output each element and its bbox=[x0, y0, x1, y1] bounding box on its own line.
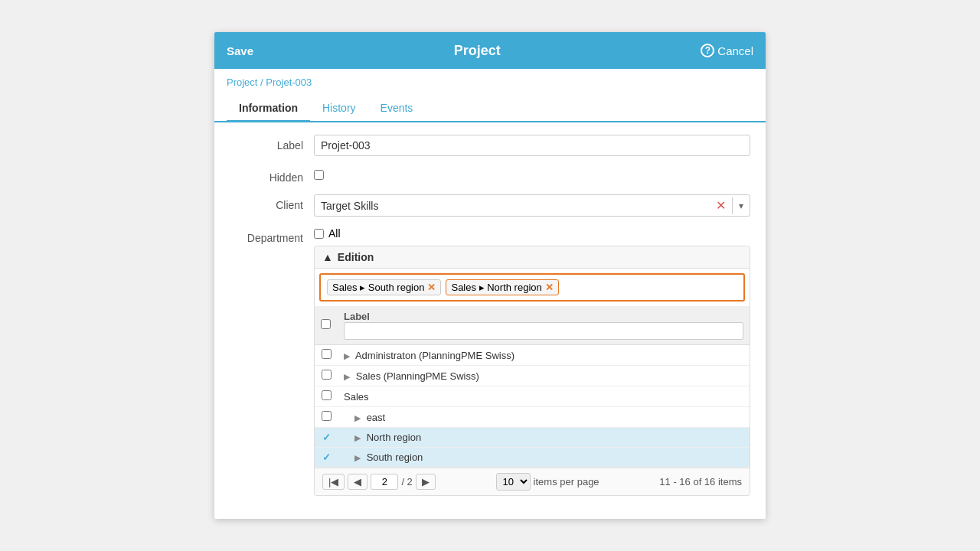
department-field-control: All ▲ Edition Sales ▸ South region ✕ bbox=[314, 227, 750, 496]
table-row[interactable]: ✓ ▶ North region bbox=[315, 428, 750, 448]
dept-tag-south-label: Sales ▸ South region bbox=[332, 282, 424, 293]
dept-row-text-0: Administraton (PlanningPME Swiss) bbox=[355, 350, 514, 361]
dept-tag-north-label: Sales ▸ North region bbox=[451, 282, 541, 293]
dept-table-label-col-text: Label bbox=[344, 311, 743, 322]
client-field-control: Target Skills ✕ ▾ bbox=[314, 194, 750, 217]
dept-row-checkbox-3[interactable] bbox=[322, 411, 332, 421]
check-icon-5: ✓ bbox=[322, 452, 331, 463]
pagination-info: 11 - 16 of 16 items bbox=[659, 476, 742, 487]
department-field-label: Department bbox=[230, 227, 314, 244]
tab-history[interactable]: History bbox=[310, 96, 368, 122]
dept-row-label-5: ▶ South region bbox=[338, 448, 750, 468]
hidden-checkbox[interactable] bbox=[314, 170, 324, 180]
prev-page-button[interactable]: ◀ bbox=[348, 474, 368, 490]
dept-table-header-row: Label bbox=[315, 306, 750, 345]
dept-tag-south: Sales ▸ South region ✕ bbox=[327, 279, 441, 295]
client-field-label: Client bbox=[230, 194, 314, 211]
label-field-control bbox=[314, 135, 750, 156]
dept-row-checkbox-1[interactable] bbox=[322, 370, 332, 380]
dept-table-label-col: Label bbox=[338, 306, 750, 345]
dept-all-label: All bbox=[328, 227, 341, 240]
dept-row-label-0: ▶ Administraton (PlanningPME Swiss) bbox=[338, 345, 750, 366]
form-area: Label Hidden Client Target Skills ✕ ▾ bbox=[214, 122, 766, 519]
items-per-page-select[interactable]: 10 25 50 bbox=[496, 473, 531, 491]
tab-information[interactable]: Information bbox=[227, 96, 310, 122]
help-icon: ? bbox=[701, 44, 714, 57]
first-page-button[interactable]: |◀ bbox=[322, 474, 345, 490]
page-number-input[interactable] bbox=[371, 474, 398, 490]
expand-icon-0: ▶ bbox=[344, 351, 350, 360]
breadcrumb-project-link[interactable]: Project bbox=[227, 77, 257, 88]
dept-row-text-3: east bbox=[367, 412, 386, 423]
table-row[interactable]: ▶ east bbox=[315, 407, 750, 428]
dept-row-checkbox-2[interactable] bbox=[322, 390, 332, 400]
items-per-page: 10 25 50 items per page bbox=[496, 473, 599, 491]
dept-row-text-1: Sales (PlanningPME Swiss) bbox=[356, 370, 479, 382]
breadcrumb: Project / Projet-003 bbox=[214, 69, 766, 96]
dept-row-label-2: Sales bbox=[338, 386, 750, 407]
header: Save Project ? Cancel bbox=[214, 32, 766, 69]
expand-icon-4: ▶ bbox=[354, 433, 361, 442]
window-title: Project bbox=[253, 43, 701, 59]
dept-row-check-5: ✓ bbox=[315, 448, 338, 468]
cancel-label: Cancel bbox=[717, 44, 753, 57]
table-row[interactable]: ✓ ▶ South region bbox=[315, 448, 750, 468]
dept-panel-chevron: ▲ bbox=[322, 251, 333, 263]
page-separator: / 2 bbox=[401, 476, 412, 487]
dept-row-check-1 bbox=[315, 366, 338, 386]
dept-row-text-5: South region bbox=[367, 452, 423, 463]
save-button[interactable]: Save bbox=[227, 44, 253, 57]
dept-row-check-3 bbox=[315, 407, 338, 428]
tabs-container: Information History Events bbox=[214, 96, 766, 122]
client-row: Client Target Skills ✕ ▾ bbox=[230, 194, 750, 217]
expand-icon-5: ▶ bbox=[354, 453, 361, 462]
cancel-button[interactable]: ? Cancel bbox=[701, 44, 753, 57]
dept-all-checkbox[interactable] bbox=[314, 229, 324, 239]
breadcrumb-current[interactable]: Projet-003 bbox=[266, 77, 312, 88]
expand-icon-1: ▶ bbox=[344, 372, 350, 381]
next-page-button[interactable]: ▶ bbox=[416, 474, 436, 490]
client-value: Target Skills bbox=[315, 196, 710, 216]
label-input[interactable] bbox=[314, 135, 750, 156]
dept-panel-title: Edition bbox=[338, 251, 374, 263]
table-row[interactable]: ▶ Sales (PlanningPME Swiss) bbox=[315, 366, 750, 386]
client-input-wrap: Target Skills ✕ ▾ bbox=[314, 194, 750, 217]
dept-panel: ▲ Edition Sales ▸ South region ✕ Sales ▸… bbox=[314, 246, 750, 496]
label-field-label: Label bbox=[230, 135, 314, 152]
dept-table-search[interactable] bbox=[344, 322, 743, 340]
client-clear-button[interactable]: ✕ bbox=[710, 195, 732, 216]
dept-table-all-check[interactable] bbox=[321, 319, 331, 329]
dept-row-text-4: North region bbox=[367, 432, 422, 443]
dept-table-check-col bbox=[315, 306, 338, 345]
table-row[interactable]: Sales bbox=[315, 386, 750, 407]
dept-row-text-2: Sales bbox=[344, 391, 369, 403]
expand-icon-3: ▶ bbox=[354, 413, 361, 422]
dept-tag-south-close[interactable]: ✕ bbox=[427, 282, 436, 293]
hidden-field-label: Hidden bbox=[230, 167, 314, 184]
dept-row-check-4: ✓ bbox=[315, 428, 338, 448]
dept-row-checkbox-0[interactable] bbox=[322, 349, 332, 359]
dept-row-label-4: ▶ North region bbox=[338, 428, 750, 448]
dept-table: Label bbox=[315, 306, 750, 468]
dept-row-check-2 bbox=[315, 386, 338, 407]
pagination-nav: |◀ ◀ / 2 ▶ bbox=[322, 474, 436, 490]
client-dropdown-button[interactable]: ▾ bbox=[732, 197, 750, 214]
dept-panel-header: ▲ Edition bbox=[315, 246, 750, 269]
hidden-field-control bbox=[314, 167, 750, 180]
dept-tag-north: Sales ▸ North region ✕ bbox=[446, 279, 558, 295]
dept-tags-row: Sales ▸ South region ✕ Sales ▸ North reg… bbox=[319, 273, 745, 302]
pagination: |◀ ◀ / 2 ▶ 10 25 50 items bbox=[315, 468, 750, 495]
table-row[interactable]: ▶ Administraton (PlanningPME Swiss) bbox=[315, 345, 750, 366]
hidden-row: Hidden bbox=[230, 167, 750, 184]
department-row: Department All ▲ Edition bbox=[230, 227, 750, 496]
main-window: Save Project ? Cancel Project / Projet-0… bbox=[214, 32, 766, 519]
dept-row-check-0 bbox=[315, 345, 338, 366]
label-row: Label bbox=[230, 135, 750, 156]
dept-row-label-1: ▶ Sales (PlanningPME Swiss) bbox=[338, 366, 750, 386]
tab-events[interactable]: Events bbox=[368, 96, 426, 122]
dept-tag-north-close[interactable]: ✕ bbox=[545, 282, 554, 293]
dept-all-row: All bbox=[314, 227, 750, 240]
items-per-page-label: items per page bbox=[534, 476, 599, 487]
dept-row-label-3: ▶ east bbox=[338, 407, 750, 428]
check-icon-4: ✓ bbox=[322, 432, 331, 443]
